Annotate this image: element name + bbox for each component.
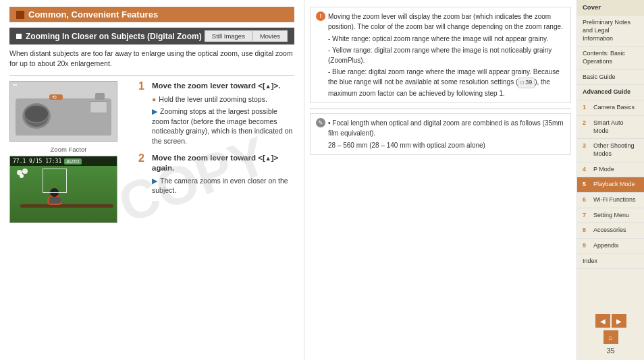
zoom-factor-label: Zoom Factor <box>9 146 128 153</box>
step-2-bullet-1: ▶The camera zooms in even closer on the … <box>152 176 294 196</box>
sidebar-item-advanced-guide[interactable]: Advanced Guide <box>577 85 644 100</box>
sidebar-item-appendix[interactable]: 9 Appendix <box>577 239 644 254</box>
subsection-title: Zooming In Closer on Subjects (Digital Z… <box>26 32 202 41</box>
camera-illustration: ⟲ <box>9 81 117 142</box>
page-number: 35 <box>606 347 614 355</box>
divider <box>310 109 571 109</box>
step-2: 2 Move the zoom lever toward <[▲]> again… <box>138 153 294 196</box>
sidebar-item-accessories[interactable]: 8 Accessories <box>577 223 644 239</box>
warning-text: Moving the zoom lever will display the z… <box>328 11 565 98</box>
sidebar-item-basic-guide[interactable]: Basic Guide <box>577 70 644 86</box>
prev-button[interactable]: ◀ <box>595 314 610 328</box>
step-1-bullet-1: ●Hold the lever until zooming stops. <box>152 94 294 104</box>
sidebar-bottom: ◀ ▶ ⌂ 35 <box>577 309 644 360</box>
hud-zoom: 77.1 9/15 17:31 <box>13 158 61 164</box>
sidebar: Cover Preliminary Notes and Legal Inform… <box>576 0 644 360</box>
step-1-bullet-2: ▶Zooming stops at the largest possible z… <box>152 107 294 146</box>
sidebar-item-camera-basics[interactable]: 1 Camera Basics <box>577 100 644 116</box>
sidebar-item-cover[interactable]: Cover <box>577 0 644 16</box>
step-1: 1 Move the zoom lever toward <[▲]>. ●Hol… <box>138 81 294 146</box>
section-title: Common, Convenient Features <box>28 9 158 20</box>
sidebar-item-setting-menu[interactable]: 7 Setting Menu <box>577 208 644 224</box>
step-1-num: 1 <box>138 81 148 92</box>
sidebar-item-other-shooting[interactable]: 3 Other Shooting Modes <box>577 139 644 162</box>
sidebar-item-p-mode[interactable]: 4 P Mode <box>577 162 644 178</box>
warning-info-box: ! Moving the zoom lever will display the… <box>310 7 571 103</box>
subsection-header: Zooming In Closer on Subjects (Digital Z… <box>9 28 294 44</box>
right-info-panel: ! Moving the zoom lever will display the… <box>304 0 576 360</box>
bird-image: 77.1 9/15 17:31 AUTO <box>9 156 117 223</box>
ref-link-39[interactable]: □39 <box>518 78 535 88</box>
note-text: • Focal length when optical and digital … <box>328 118 565 150</box>
warning-icon: ! <box>316 11 325 21</box>
note-icon: ✎ <box>316 118 325 127</box>
step-2-num: 2 <box>138 153 148 164</box>
sidebar-item-smart-auto[interactable]: 2 Smart Auto Mode <box>577 116 644 139</box>
section-header: Common, Convenient Features <box>9 7 294 22</box>
tab-still-images[interactable]: Still Images <box>205 30 252 42</box>
sidebar-item-index[interactable]: Index <box>577 254 644 270</box>
nav-buttons: ◀ ▶ <box>595 314 626 328</box>
tab-movies[interactable]: Movies <box>252 30 288 42</box>
sidebar-item-prelim[interactable]: Preliminary Notes and Legal Information <box>577 16 644 47</box>
subsection-icon <box>16 34 22 39</box>
hud-mode: AUTO <box>64 158 81 164</box>
home-button[interactable]: ⌂ <box>603 330 618 344</box>
sidebar-item-contents[interactable]: Contents: Basic Operations <box>577 47 644 69</box>
intro-text: When distant subjects are too far away t… <box>9 49 294 68</box>
tabs-row: Still Images Movies <box>205 30 288 42</box>
sidebar-item-playback[interactable]: 5 Playback Mode <box>577 177 644 193</box>
step-1-title: Move the zoom lever toward <[▲]>. <box>152 81 280 91</box>
section-header-icon <box>16 11 24 19</box>
step-2-title: Move the zoom lever toward <[▲]> again. <box>152 153 294 173</box>
note-info-box: ✎ • Focal length when optical and digita… <box>310 113 571 155</box>
next-button[interactable]: ▶ <box>612 314 626 328</box>
sidebar-item-wifi[interactable]: 6 Wi-Fi Functions <box>577 193 644 208</box>
